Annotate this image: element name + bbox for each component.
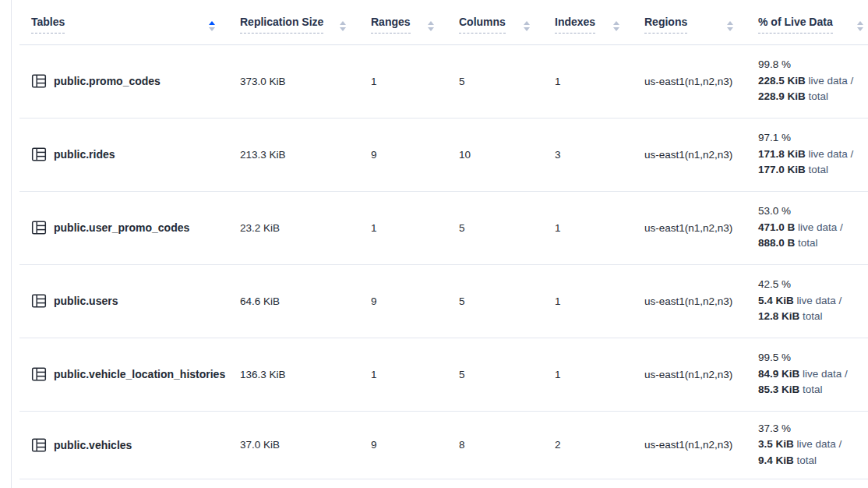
cell-regions: us-east1(n1,n2,n3) bbox=[644, 118, 758, 191]
cell-replication-size: 213.3 KiB bbox=[240, 118, 371, 191]
cell-replication-size: 373.0 KiB bbox=[240, 44, 371, 118]
table-row: public.user_promo_codes 23.2 KiB 1 5 1 u… bbox=[19, 191, 868, 264]
sort-arrows-icon[interactable] bbox=[340, 17, 346, 31]
total-size: 228.9 KiB bbox=[758, 90, 806, 102]
table-grid-icon bbox=[31, 220, 47, 235]
cell-ranges: 9 bbox=[371, 264, 459, 338]
cell-regions: us-east1(n1,n2,n3) bbox=[644, 411, 758, 479]
total-size: 9.4 KiB bbox=[758, 454, 794, 466]
table-name-link[interactable]: public.users bbox=[54, 295, 118, 307]
live-suffix: live data / bbox=[798, 221, 843, 233]
table-name-link[interactable]: public.user_promo_codes bbox=[54, 221, 189, 234]
sort-arrows-icon[interactable] bbox=[428, 17, 434, 31]
total-suffix: total bbox=[803, 384, 823, 395]
live-suffix: live data / bbox=[803, 368, 848, 380]
cell-table-name: public.vehicles bbox=[19, 411, 240, 479]
cell-regions: us-east1(n1,n2,n3) bbox=[644, 44, 758, 118]
cell-regions: us-east1(n1,n2,n3) bbox=[644, 338, 758, 411]
cell-ranges: 1 bbox=[371, 191, 459, 264]
cell-indexes: 1 bbox=[555, 44, 644, 118]
column-header-ranges-label: Ranges bbox=[371, 16, 411, 34]
column-header-regions[interactable]: Regions bbox=[644, 0, 758, 44]
cell-ranges: 9 bbox=[371, 118, 459, 191]
cell-table-name: public.user_promo_codes bbox=[19, 191, 240, 264]
cell-regions: us-east1(n1,n2,n3) bbox=[644, 191, 758, 264]
live-percent: 99.8 % bbox=[758, 57, 868, 73]
cell-columns: 5 bbox=[459, 264, 555, 338]
cell-indexes: 3 bbox=[555, 118, 644, 191]
cell-ranges: 1 bbox=[371, 44, 459, 118]
total-suffix: total bbox=[809, 164, 829, 175]
cell-columns: 5 bbox=[459, 44, 555, 118]
live-suffix: live data / bbox=[797, 438, 842, 450]
live-suffix: live data / bbox=[809, 148, 854, 160]
column-header-ranges[interactable]: Ranges bbox=[371, 0, 459, 44]
cell-regions: us-east1(n1,n2,n3) bbox=[644, 264, 758, 338]
live-percent: 53.0 % bbox=[758, 203, 868, 220]
live-percent: 37.3 % bbox=[758, 421, 868, 437]
cell-replication-size: 136.3 KiB bbox=[240, 338, 371, 411]
total-suffix: total bbox=[803, 310, 823, 322]
cell-table-name: public.users bbox=[19, 264, 240, 338]
cell-replication-size: 23.2 KiB bbox=[240, 191, 371, 264]
cell-columns: 5 bbox=[459, 191, 555, 264]
cell-table-name: public.vehicle_location_histories bbox=[19, 338, 240, 411]
live-size: 5.4 KiB bbox=[758, 295, 794, 306]
table-grid-icon bbox=[31, 73, 47, 89]
tables-list-panel: Tables Replication Size Ranges bbox=[11, 0, 868, 488]
column-header-indexes[interactable]: Indexes bbox=[555, 0, 644, 44]
table-header-row: Tables Replication Size Ranges bbox=[19, 0, 868, 44]
sort-arrows-icon[interactable] bbox=[524, 17, 530, 31]
cell-replication-size: 37.0 KiB bbox=[240, 411, 371, 479]
cell-table-name: public.promo_codes bbox=[19, 44, 240, 118]
cell-live-data: 99.5 % 84.9 KiB live data / 85.3 KiB tot… bbox=[758, 338, 868, 411]
total-suffix: total bbox=[809, 90, 829, 102]
table-name-link[interactable]: public.rides bbox=[54, 148, 115, 161]
live-size: 3.5 KiB bbox=[758, 438, 794, 450]
total-size: 888.0 B bbox=[758, 237, 795, 249]
column-header-columns[interactable]: Columns bbox=[459, 0, 555, 44]
live-size: 471.0 B bbox=[758, 221, 795, 233]
cell-indexes: 1 bbox=[555, 338, 644, 411]
tables-table: Tables Replication Size Ranges bbox=[19, 0, 868, 479]
cell-columns: 10 bbox=[459, 118, 555, 191]
cell-columns: 8 bbox=[459, 411, 555, 479]
table-name-link[interactable]: public.vehicle_location_histories bbox=[54, 368, 225, 380]
column-header-replication-size[interactable]: Replication Size bbox=[240, 0, 371, 44]
live-size: 84.9 KiB bbox=[758, 368, 799, 380]
table-grid-icon bbox=[31, 293, 47, 309]
cell-indexes: 1 bbox=[555, 191, 644, 264]
column-header-tables-label: Tables bbox=[31, 16, 65, 34]
cell-live-data: 37.3 % 3.5 KiB live data / 9.4 KiB total bbox=[758, 411, 868, 479]
sort-arrows-icon[interactable] bbox=[613, 17, 619, 31]
live-percent: 97.1 % bbox=[758, 130, 868, 147]
live-percent: 42.5 % bbox=[758, 277, 868, 293]
sort-arrows-icon[interactable] bbox=[857, 17, 863, 31]
column-header-tables[interactable]: Tables bbox=[19, 0, 240, 44]
column-header-live-data-label: % of Live Data bbox=[758, 16, 833, 34]
total-size: 12.8 KiB bbox=[758, 310, 799, 322]
table-name-link[interactable]: public.promo_codes bbox=[54, 75, 161, 87]
sort-asc-icon[interactable] bbox=[209, 17, 215, 31]
cell-live-data: 99.8 % 228.5 KiB live data / 228.9 KiB t… bbox=[758, 44, 868, 118]
sort-arrows-icon[interactable] bbox=[727, 17, 733, 31]
table-row: public.users 64.6 KiB 9 5 1 us-east1(n1,… bbox=[19, 264, 868, 338]
cell-indexes: 2 bbox=[555, 411, 644, 479]
table-grid-icon bbox=[31, 437, 47, 453]
table-name-link[interactable]: public.vehicles bbox=[54, 439, 132, 451]
total-size: 85.3 KiB bbox=[758, 384, 799, 395]
cell-live-data: 53.0 % 471.0 B live data / 888.0 B total bbox=[758, 191, 868, 264]
column-header-regions-label: Regions bbox=[644, 16, 687, 34]
column-header-live-data[interactable]: % of Live Data bbox=[758, 0, 868, 44]
cell-indexes: 1 bbox=[555, 264, 644, 338]
live-percent: 99.5 % bbox=[758, 350, 868, 366]
live-suffix: live data / bbox=[809, 75, 854, 87]
cell-ranges: 1 bbox=[371, 338, 459, 411]
table-grid-icon bbox=[31, 147, 47, 162]
cell-replication-size: 64.6 KiB bbox=[240, 264, 371, 338]
column-header-replication-size-label: Replication Size bbox=[240, 16, 323, 34]
table-grid-icon bbox=[31, 366, 47, 382]
column-header-columns-label: Columns bbox=[459, 16, 506, 34]
table-row: public.vehicle_location_histories 136.3 … bbox=[19, 338, 868, 411]
cell-table-name: public.rides bbox=[19, 118, 240, 191]
